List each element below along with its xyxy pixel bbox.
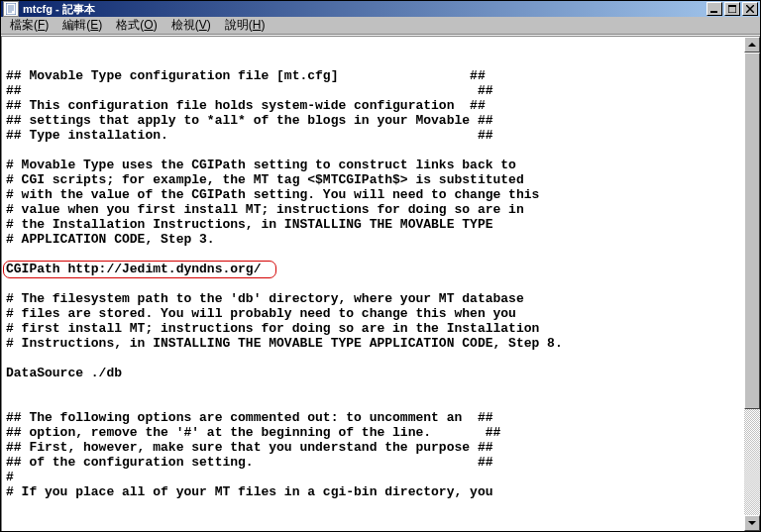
editor-line: # files are stored. You will probably ne…: [6, 306, 740, 321]
editor-line: CGIPath http://Jedimt.dyndns.org/: [6, 262, 740, 276]
editor-line: # If you place all of your MT files in a…: [6, 484, 740, 499]
svg-rect-5: [710, 11, 717, 13]
menu-help[interactable]: 說明(H): [218, 15, 272, 36]
editor-line: ## of the configuration setting. ##: [6, 455, 740, 470]
editor-line: ## The following options are commented o…: [6, 410, 740, 425]
scroll-down-button[interactable]: [744, 515, 760, 531]
editor-line: [6, 351, 740, 366]
editor-line: # The filesystem path to the 'db' direct…: [6, 291, 740, 306]
minimize-button[interactable]: [707, 2, 722, 16]
text-editor[interactable]: ## Movable Type configuration file [mt.c…: [1, 36, 744, 531]
editor-line: # first install MT; instructions for doi…: [6, 321, 740, 336]
editor-line: [6, 247, 740, 262]
vertical-scrollbar[interactable]: [744, 36, 760, 531]
editor-line: # with the value of the CGIPath setting.…: [6, 187, 740, 202]
editor-line: ## Type installation. ##: [6, 128, 740, 143]
editor-line: [6, 143, 740, 158]
maximize-button[interactable]: [724, 2, 740, 16]
editor-line: ## settings that apply to *all* of the b…: [6, 113, 740, 128]
editor-line: # CGI scripts; for example, the MT tag <…: [6, 172, 740, 187]
editor-line: [6, 276, 740, 291]
menubar: 檔案(F) 編輯(E) 格式(O) 檢視(V) 說明(H): [1, 17, 760, 35]
notepad-window: mtcfg - 記事本 檔案(F) 編輯(E) 格式(O) 檢視(V) 說明(H…: [1, 1, 760, 531]
menu-file[interactable]: 檔案(F): [3, 15, 55, 36]
scroll-up-button[interactable]: [744, 37, 760, 53]
editor-line: ## ##: [6, 83, 740, 98]
svg-rect-0: [6, 3, 16, 15]
editor-line: # value when you first install MT; instr…: [6, 202, 740, 217]
content-wrap: ## Movable Type configuration file [mt.c…: [1, 35, 760, 532]
editor-line: ## Movable Type configuration file [mt.c…: [6, 68, 740, 83]
editor-line: [6, 380, 740, 395]
window-controls: [705, 2, 758, 16]
editor-line: ## This configuration file holds system-…: [6, 98, 740, 113]
editor-line: DataSource ./db: [6, 366, 740, 380]
scroll-track-vertical[interactable]: [744, 53, 760, 515]
editor-line: # APPLICATION CODE, Step 3.: [6, 232, 740, 247]
menu-view[interactable]: 檢視(V): [164, 15, 218, 36]
close-button[interactable]: [742, 2, 758, 16]
editor-line: [6, 395, 740, 410]
editor-line: ## First, however, make sure that you un…: [6, 440, 740, 455]
menu-edit[interactable]: 編輯(E): [55, 15, 109, 36]
editor-line: # Instructions, in INSTALLING THE MOVABL…: [6, 336, 740, 351]
content-area: ## Movable Type configuration file [mt.c…: [1, 36, 760, 531]
editor-line: # Movable Type uses the CGIPath setting …: [6, 158, 740, 172]
scroll-thumb-vertical[interactable]: [744, 53, 760, 409]
editor-line: # the Installation Instructions, in INST…: [6, 217, 740, 232]
menu-format[interactable]: 格式(O): [109, 15, 163, 36]
svg-rect-7: [728, 5, 736, 7]
editor-line: #: [6, 470, 740, 484]
editor-line: ## option, remove the '#' at the beginni…: [6, 425, 740, 440]
